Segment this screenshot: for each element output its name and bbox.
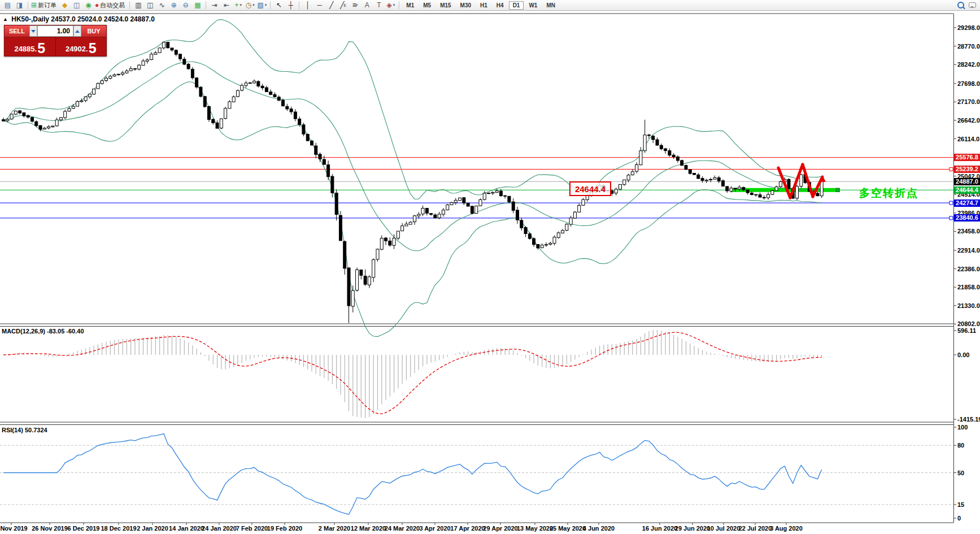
candlestick-type-icon-glyph: ◫ (147, 1, 153, 10)
zoom-out-icon-glyph: ⊖ (183, 1, 189, 10)
crosshair-icon[interactable]: ┼ (285, 1, 297, 10)
price-tick-label: 23458.0 (957, 228, 980, 235)
fibonacci-icon-sub: F (356, 1, 358, 10)
trendline-icon-glyph: ╱ (329, 1, 333, 10)
timeframe-m30[interactable]: M30 (456, 1, 475, 10)
signals-icon[interactable]: ◉ (82, 1, 94, 10)
toolbar-separator (206, 1, 206, 9)
price-annotation-box[interactable]: 24644.4 (569, 181, 611, 196)
cursor-icon[interactable]: ↖ (273, 1, 285, 10)
vertical-line-icon[interactable]: │ (302, 1, 313, 10)
volume-decrease-button[interactable] (29, 25, 37, 37)
price-tick-label: 28242.0 (957, 61, 980, 68)
chat-icon[interactable] (966, 1, 978, 10)
chat-icon-glyph (969, 2, 976, 8)
chart-header: ▲ HK50-,Daily 24537.0 25024.0 24524.0 24… (3, 15, 155, 23)
toolbar-separator (299, 1, 299, 9)
market-icon-glyph: ◫ (73, 1, 80, 10)
date-tick-label: 19 Feb 2020 (258, 525, 312, 532)
volume-increase-button[interactable] (73, 25, 81, 37)
rsi-tick-label: 50 (957, 470, 964, 476)
price-tick-label: 27698.0 (957, 80, 980, 87)
sell-price[interactable]: 24885. 5 (5, 37, 55, 56)
sell-price-main: 24885. (14, 44, 37, 55)
sell-button[interactable]: SELL (5, 25, 29, 37)
toolbar-separator (399, 1, 399, 9)
search-icon[interactable] (955, 1, 966, 10)
add-indicator-icon-dropdown: ▾ (240, 1, 242, 10)
new-order-button[interactable]: ⊞新订单 (31, 1, 59, 10)
buy-button[interactable]: BUY (81, 25, 106, 37)
toolbar-separator (270, 1, 271, 9)
zoom-in-icon[interactable]: ⊕ (168, 1, 180, 10)
triangle-down-icon (31, 30, 36, 33)
price-line-badge: 24887.0 (954, 178, 980, 185)
horizontal-line-icon[interactable]: ─ (313, 1, 325, 10)
pivot-point-text[interactable]: 多空转折点 (859, 186, 918, 201)
timeframe-m5[interactable]: M5 (419, 1, 435, 10)
timeframe-h1[interactable]: H1 (476, 1, 491, 10)
one-click-trading-panel: SELL BUY 24885. 5 24902. 5 (4, 25, 107, 57)
trendline-icon[interactable]: ╱ (325, 1, 337, 10)
sell-price-big-digit: 5 (37, 41, 45, 55)
equidistant-channel-icon-sub: E (344, 1, 347, 10)
autotrading-button[interactable]: ●自动交易 (94, 1, 127, 10)
auto-scroll-icon[interactable]: ⇥ (208, 1, 220, 10)
timeframe-d1[interactable]: D1 (509, 1, 524, 10)
timeframe-h4[interactable]: H4 (493, 1, 508, 10)
rsi-tick-label: 15 (957, 501, 964, 508)
price-tick-label: 28770.0 (957, 43, 980, 50)
expert-advisors-icon[interactable]: ◆ (59, 1, 71, 10)
market-icon[interactable]: ◫ (71, 1, 82, 10)
chart-shift-icon-glyph: ⇤ (224, 1, 229, 10)
arrows-icon[interactable]: ◈▾ (385, 1, 397, 10)
autotrading-button-glyph: ● (95, 1, 99, 10)
macd-tick-label: 596.11 (957, 327, 976, 334)
fibonacci-icon[interactable]: ≡F (349, 1, 361, 10)
search-icon-glyph (957, 2, 964, 8)
auto-scroll-icon-glyph: ⇥ (212, 1, 217, 10)
buy-price[interactable]: 24902. 5 (56, 37, 107, 56)
text-icon-glyph: A (365, 1, 369, 10)
text-icon[interactable]: A (361, 1, 373, 10)
vertical-line-icon-glyph: │ (306, 1, 310, 10)
volume-input[interactable] (37, 25, 73, 37)
buy-price-main: 24902. (66, 44, 88, 55)
date-tick-label: 3 Aug 2020 (759, 525, 813, 532)
price-tick-label: 29298.0 (957, 24, 980, 31)
chart-shift-icon[interactable]: ⇤ (220, 1, 232, 10)
templates-icon[interactable]: ▧▾ (256, 1, 268, 10)
tile-windows-icon[interactable]: ▦ (191, 1, 203, 10)
price-tick-label: 21330.0 (957, 302, 980, 309)
tile-windows-icon-glyph: ▦ (194, 1, 201, 10)
charts-toolbar-icon[interactable]: ▤ (2, 1, 14, 10)
timeframe-m15[interactable]: M15 (436, 1, 455, 10)
arrows-icon-dropdown: ▾ (393, 1, 395, 10)
toolbar-separator (28, 1, 28, 9)
chart-canvas[interactable] (0, 14, 953, 523)
price-line-badge: 25576.8 (954, 154, 980, 161)
profiles-icon[interactable]: ◨ (14, 1, 25, 10)
timeframe-mn[interactable]: MN (542, 1, 559, 10)
arrows-icon-glyph: ◈ (386, 1, 391, 10)
autotrading-button-label: 自动交易 (100, 1, 125, 10)
equidistant-channel-icon[interactable]: ╱E (337, 1, 349, 10)
zoom-out-icon[interactable]: ⊖ (180, 1, 191, 10)
timeframe-w1[interactable]: W1 (525, 1, 541, 10)
price-tick-label: 26642.0 (957, 117, 980, 124)
candlestick-type-icon[interactable]: ◫ (144, 1, 156, 10)
signals-icon-glyph: ◉ (85, 1, 91, 10)
add-indicator-icon[interactable]: +▾ (232, 1, 244, 10)
buy-price-big-digit: 5 (89, 41, 97, 55)
charts-toolbar-icon-glyph: ▤ (5, 1, 11, 10)
macd-tick-label: 0.00 (957, 351, 969, 358)
one-click-toggle-icon[interactable]: ▲ (3, 16, 8, 22)
bar-chart-type-icon[interactable]: ▥ (132, 1, 144, 10)
macd-label: MACD(12,26,9) -83.05 -60.40 (2, 328, 84, 335)
new-order-button-label: 新订单 (38, 1, 56, 10)
line-chart-type-icon[interactable]: ∿ (156, 1, 168, 10)
rsi-label: RSI(14) 50.7324 (2, 427, 47, 433)
timeframe-m1[interactable]: M1 (402, 1, 418, 10)
periods-icon[interactable]: ◷▾ (244, 1, 256, 10)
text-label-icon[interactable]: T (373, 1, 385, 10)
